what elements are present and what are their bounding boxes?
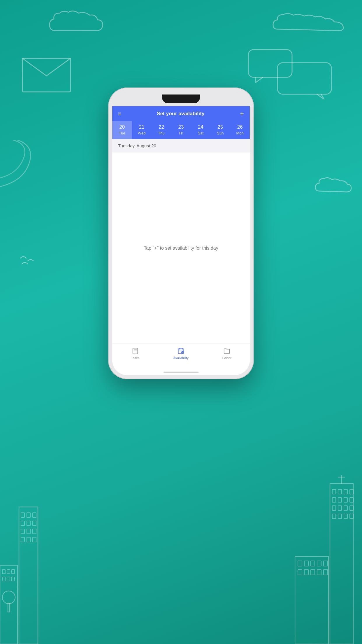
cloud-right-icon xyxy=(314,175,353,194)
svg-rect-24 xyxy=(12,577,15,581)
svg-rect-20 xyxy=(7,570,10,574)
svg-rect-52 xyxy=(298,570,302,575)
calendar-day-num: 20 xyxy=(119,124,125,130)
svg-rect-31 xyxy=(338,489,342,494)
calendar-day-name: Wed xyxy=(138,131,146,135)
calendar-day-fri[interactable]: 23Fri xyxy=(171,121,191,139)
envelope-icon xyxy=(21,57,72,93)
calendar-day-num: 22 xyxy=(159,124,164,130)
availability-content-area: Tap "+" to set availability for this day xyxy=(112,153,250,344)
calendar-day-num: 26 xyxy=(237,124,243,130)
nav-folder-label: Folder xyxy=(222,356,231,360)
calendar-day-mon[interactable]: 26Mon xyxy=(230,121,250,139)
buildings-left-icon xyxy=(0,484,58,644)
cloud-2-icon xyxy=(272,12,353,32)
add-availability-button[interactable]: + xyxy=(240,110,244,118)
bottom-nav: Tasks Availability xyxy=(112,344,250,369)
svg-rect-16 xyxy=(27,537,30,542)
svg-rect-41 xyxy=(350,506,353,510)
svg-rect-12 xyxy=(21,529,24,534)
app-navbar: ≡ Set your availability + xyxy=(112,106,250,121)
svg-rect-36 xyxy=(344,498,347,502)
svg-rect-6 xyxy=(21,513,24,517)
svg-rect-46 xyxy=(295,556,328,644)
calendar-day-num: 23 xyxy=(178,124,184,130)
calendar-day-tue[interactable]: 20Tue xyxy=(112,121,132,139)
svg-point-25 xyxy=(2,591,15,604)
nav-availability-label: Availability xyxy=(173,356,189,360)
svg-rect-50 xyxy=(317,561,321,566)
nav-item-availability[interactable]: Availability xyxy=(171,347,191,360)
navbar-title: Set your availability xyxy=(157,111,205,117)
calendar-day-name: Sun xyxy=(217,131,224,135)
calendar-week-strip: 20Tue21Wed22Thu23Fri24Sat25Sun26Mon xyxy=(112,121,250,139)
svg-rect-54 xyxy=(311,570,315,575)
svg-rect-5 xyxy=(19,507,38,644)
phone-notch-area xyxy=(112,92,250,106)
svg-rect-7 xyxy=(27,513,30,517)
speech-bubble-2-icon xyxy=(276,61,334,101)
curve-decoration-icon xyxy=(0,140,41,187)
phone-notch xyxy=(162,94,200,103)
svg-rect-42 xyxy=(332,514,336,519)
svg-rect-55 xyxy=(317,570,321,575)
svg-point-65 xyxy=(181,351,184,354)
svg-rect-47 xyxy=(298,561,302,566)
menu-icon[interactable]: ≡ xyxy=(118,111,122,117)
folder-icon xyxy=(223,347,231,355)
calendar-day-name: Mon xyxy=(236,131,244,135)
home-indicator xyxy=(112,369,250,375)
svg-rect-19 xyxy=(2,570,5,574)
svg-rect-56 xyxy=(324,570,328,575)
phone-screen: MTN-SA LTE 57% ≡ Set your availability +… xyxy=(112,92,250,375)
calendar-day-num: 25 xyxy=(217,124,223,130)
calendar-day-num: 21 xyxy=(139,124,145,130)
buildings-right-icon xyxy=(295,469,362,644)
birds-icon xyxy=(19,254,42,268)
svg-rect-8 xyxy=(33,513,36,517)
svg-rect-11 xyxy=(33,521,36,526)
svg-rect-22 xyxy=(2,577,5,581)
svg-rect-44 xyxy=(344,514,347,519)
nav-tasks-label: Tasks xyxy=(131,356,139,360)
svg-rect-10 xyxy=(27,521,30,526)
svg-rect-32 xyxy=(344,489,347,494)
calendar-day-name: Fri xyxy=(179,131,183,135)
calendar-day-wed[interactable]: 21Wed xyxy=(132,121,151,139)
calendar-day-sat[interactable]: 24Sat xyxy=(191,121,210,139)
svg-rect-26 xyxy=(8,603,10,612)
calendar-day-thu[interactable]: 22Thu xyxy=(152,121,171,139)
nav-item-tasks[interactable]: Tasks xyxy=(125,347,145,360)
svg-rect-33 xyxy=(350,489,353,494)
svg-rect-37 xyxy=(350,498,353,502)
svg-rect-18 xyxy=(0,565,17,644)
svg-rect-15 xyxy=(21,537,24,542)
empty-state-message: Tap "+" to set availability for this day xyxy=(135,245,227,252)
svg-rect-34 xyxy=(332,498,336,502)
svg-rect-23 xyxy=(7,577,10,581)
svg-rect-17 xyxy=(33,537,36,542)
calendar-day-num: 24 xyxy=(198,124,203,130)
availability-icon xyxy=(177,347,185,355)
calendar-day-sun[interactable]: 25Sun xyxy=(210,121,230,139)
svg-rect-48 xyxy=(304,561,308,566)
phone-frame: MTN-SA LTE 57% ≡ Set your availability +… xyxy=(108,88,254,379)
speech-bubble-1-icon xyxy=(247,48,295,83)
nav-item-folder[interactable]: Folder xyxy=(217,347,237,360)
cloud-1-icon xyxy=(47,9,111,35)
svg-rect-21 xyxy=(12,570,15,574)
svg-rect-45 xyxy=(350,514,353,519)
svg-rect-27 xyxy=(330,484,353,644)
svg-rect-51 xyxy=(324,561,328,566)
calendar-day-name: Sat xyxy=(198,131,204,135)
tasks-icon xyxy=(131,347,139,355)
calendar-day-name: Thu xyxy=(158,131,164,135)
svg-rect-39 xyxy=(338,506,342,510)
svg-rect-35 xyxy=(338,498,342,502)
svg-rect-4 xyxy=(277,63,331,94)
date-header: Tuesday, August 20 xyxy=(112,139,250,153)
svg-rect-49 xyxy=(311,561,315,566)
svg-rect-38 xyxy=(332,506,336,510)
selected-date-label: Tuesday, August 20 xyxy=(118,143,156,148)
svg-rect-3 xyxy=(248,50,292,77)
